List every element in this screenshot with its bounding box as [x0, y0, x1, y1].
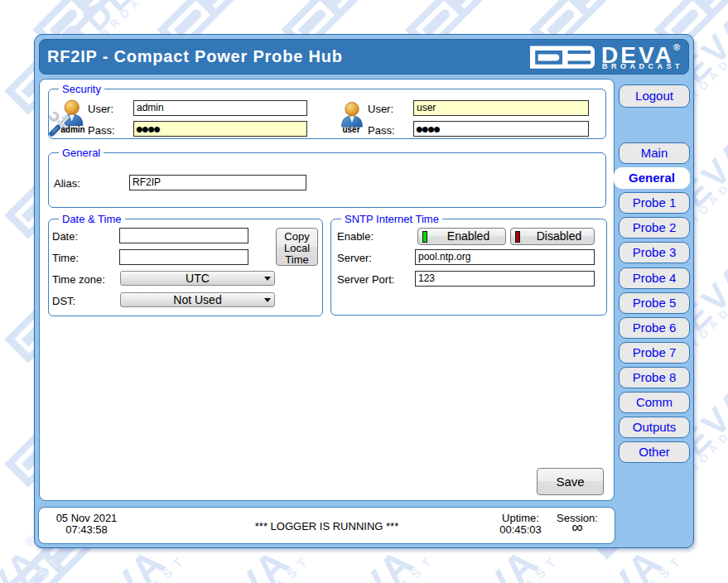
svg-text:BROADCAST: BROADCAST: [602, 62, 683, 70]
svg-text:®: ®: [673, 42, 680, 52]
